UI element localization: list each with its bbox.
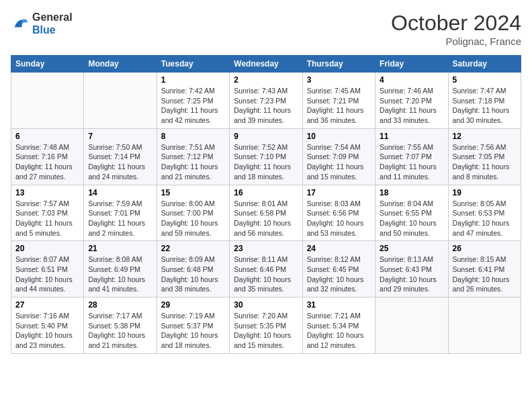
- day-number: 22: [161, 244, 225, 253]
- day-number: 26: [453, 244, 517, 253]
- calendar-cell: [375, 298, 448, 354]
- calendar-cell: 30Sunrise: 7:20 AM Sunset: 5:35 PM Dayli…: [230, 298, 302, 354]
- day-number: 30: [234, 300, 298, 310]
- calendar-cell: 27Sunrise: 7:16 AM Sunset: 5:40 PM Dayli…: [11, 298, 84, 354]
- day-number: 29: [161, 300, 225, 310]
- day-info: Sunrise: 7:16 AM Sunset: 5:40 PM Dayligh…: [15, 311, 79, 351]
- day-info: Sunrise: 8:08 AM Sunset: 6:49 PM Dayligh…: [88, 255, 152, 294]
- calendar-cell: 3Sunrise: 7:45 AM Sunset: 7:21 PM Daylig…: [302, 73, 375, 129]
- calendar-week-row: 13Sunrise: 7:57 AM Sunset: 7:03 PM Dayli…: [11, 185, 521, 241]
- day-info: Sunrise: 8:03 AM Sunset: 6:56 PM Dayligh…: [307, 199, 371, 238]
- calendar-cell: 25Sunrise: 8:13 AM Sunset: 6:43 PM Dayli…: [375, 241, 448, 298]
- day-number: 23: [234, 244, 298, 253]
- weekday-header: Friday: [375, 56, 448, 73]
- calendar-cell: 24Sunrise: 8:12 AM Sunset: 6:45 PM Dayli…: [302, 241, 375, 298]
- day-number: 1: [161, 75, 225, 85]
- day-number: 4: [380, 75, 443, 85]
- day-number: 14: [88, 188, 152, 197]
- calendar-cell: 9Sunrise: 7:52 AM Sunset: 7:10 PM Daylig…: [230, 128, 302, 185]
- day-number: 20: [15, 244, 79, 253]
- weekday-header: Monday: [84, 56, 157, 73]
- logo-line1: General: [32, 11, 73, 24]
- day-number: 5: [453, 75, 517, 85]
- day-info: Sunrise: 8:05 AM Sunset: 6:53 PM Dayligh…: [453, 199, 517, 238]
- day-info: Sunrise: 8:15 AM Sunset: 6:41 PM Dayligh…: [453, 255, 517, 294]
- calendar-week-row: 27Sunrise: 7:16 AM Sunset: 5:40 PM Dayli…: [11, 298, 521, 354]
- calendar-cell: 2Sunrise: 7:43 AM Sunset: 7:23 PM Daylig…: [230, 73, 302, 129]
- calendar-cell: 4Sunrise: 7:46 AM Sunset: 7:20 PM Daylig…: [375, 73, 448, 129]
- day-info: Sunrise: 7:21 AM Sunset: 5:34 PM Dayligh…: [307, 311, 371, 351]
- day-number: 18: [380, 188, 443, 197]
- location-subtitle: Polignac, France: [391, 36, 521, 47]
- day-info: Sunrise: 8:12 AM Sunset: 6:45 PM Dayligh…: [307, 255, 371, 294]
- calendar-cell: 1Sunrise: 7:42 AM Sunset: 7:25 PM Daylig…: [157, 73, 229, 129]
- day-info: Sunrise: 8:07 AM Sunset: 6:51 PM Dayligh…: [15, 255, 79, 294]
- day-number: 25: [380, 244, 443, 253]
- calendar-cell: 11Sunrise: 7:55 AM Sunset: 7:07 PM Dayli…: [375, 128, 448, 185]
- calendar-cell: 12Sunrise: 7:56 AM Sunset: 7:05 PM Dayli…: [448, 128, 521, 185]
- calendar-cell: 5Sunrise: 7:47 AM Sunset: 7:18 PM Daylig…: [448, 73, 521, 129]
- calendar-cell: 10Sunrise: 7:54 AM Sunset: 7:09 PM Dayli…: [302, 128, 375, 185]
- calendar-week-row: 1Sunrise: 7:42 AM Sunset: 7:25 PM Daylig…: [11, 73, 521, 129]
- weekday-header: Saturday: [448, 56, 521, 73]
- calendar-table: SundayMondayTuesdayWednesdayThursdayFrid…: [11, 55, 521, 354]
- day-info: Sunrise: 7:20 AM Sunset: 5:35 PM Dayligh…: [234, 311, 298, 351]
- day-number: 15: [161, 188, 225, 197]
- day-number: 13: [15, 188, 79, 197]
- calendar-cell: 17Sunrise: 8:03 AM Sunset: 6:56 PM Dayli…: [302, 185, 375, 241]
- calendar-cell: 18Sunrise: 8:04 AM Sunset: 6:55 PM Dayli…: [375, 185, 448, 241]
- day-info: Sunrise: 7:42 AM Sunset: 7:25 PM Dayligh…: [161, 86, 225, 126]
- day-info: Sunrise: 8:11 AM Sunset: 6:46 PM Dayligh…: [234, 255, 298, 294]
- day-number: 17: [307, 188, 371, 197]
- day-number: 12: [453, 132, 517, 141]
- calendar-cell: 15Sunrise: 8:00 AM Sunset: 7:00 PM Dayli…: [157, 185, 229, 241]
- calendar-week-row: 20Sunrise: 8:07 AM Sunset: 6:51 PM Dayli…: [11, 241, 521, 298]
- day-info: Sunrise: 7:59 AM Sunset: 7:01 PM Dayligh…: [88, 199, 152, 238]
- calendar-cell: 26Sunrise: 8:15 AM Sunset: 6:41 PM Dayli…: [448, 241, 521, 298]
- day-info: Sunrise: 8:09 AM Sunset: 6:48 PM Dayligh…: [161, 255, 225, 294]
- day-info: Sunrise: 7:48 AM Sunset: 7:16 PM Dayligh…: [15, 142, 79, 182]
- weekday-header: Tuesday: [157, 56, 229, 73]
- day-info: Sunrise: 7:54 AM Sunset: 7:09 PM Dayligh…: [307, 142, 371, 182]
- day-number: 16: [234, 188, 298, 197]
- day-info: Sunrise: 8:00 AM Sunset: 7:00 PM Dayligh…: [161, 199, 225, 238]
- day-info: Sunrise: 8:13 AM Sunset: 6:43 PM Dayligh…: [380, 255, 443, 294]
- calendar-cell: 19Sunrise: 8:05 AM Sunset: 6:53 PM Dayli…: [448, 185, 521, 241]
- calendar-cell: 29Sunrise: 7:19 AM Sunset: 5:37 PM Dayli…: [157, 298, 229, 354]
- calendar-cell: 8Sunrise: 7:51 AM Sunset: 7:12 PM Daylig…: [157, 128, 229, 185]
- day-number: 24: [307, 244, 371, 253]
- calendar-cell: [11, 73, 84, 129]
- weekday-header-row: SundayMondayTuesdayWednesdayThursdayFrid…: [11, 56, 521, 73]
- calendar-cell: 6Sunrise: 7:48 AM Sunset: 7:16 PM Daylig…: [11, 128, 84, 185]
- day-number: 31: [307, 300, 371, 310]
- day-info: Sunrise: 8:01 AM Sunset: 6:58 PM Dayligh…: [234, 199, 298, 238]
- day-number: 3: [307, 75, 371, 85]
- calendar-cell: 13Sunrise: 7:57 AM Sunset: 7:03 PM Dayli…: [11, 185, 84, 241]
- calendar-cell: 21Sunrise: 8:08 AM Sunset: 6:49 PM Dayli…: [84, 241, 157, 298]
- day-info: Sunrise: 7:57 AM Sunset: 7:03 PM Dayligh…: [15, 199, 79, 238]
- day-number: 28: [88, 300, 152, 310]
- day-number: 6: [15, 132, 79, 141]
- day-number: 2: [234, 75, 298, 85]
- day-info: Sunrise: 7:17 AM Sunset: 5:38 PM Dayligh…: [88, 311, 152, 351]
- calendar-cell: 16Sunrise: 8:01 AM Sunset: 6:58 PM Dayli…: [230, 185, 302, 241]
- day-number: 7: [88, 132, 152, 141]
- calendar-cell: 22Sunrise: 8:09 AM Sunset: 6:48 PM Dayli…: [157, 241, 229, 298]
- day-info: Sunrise: 8:04 AM Sunset: 6:55 PM Dayligh…: [380, 199, 443, 238]
- page-header: General Blue October 2024 Polignac, Fran…: [11, 11, 521, 47]
- day-number: 9: [234, 132, 298, 141]
- calendar-cell: 23Sunrise: 8:11 AM Sunset: 6:46 PM Dayli…: [230, 241, 302, 298]
- day-info: Sunrise: 7:19 AM Sunset: 5:37 PM Dayligh…: [161, 311, 225, 351]
- calendar-cell: [448, 298, 521, 354]
- calendar-week-row: 6Sunrise: 7:48 AM Sunset: 7:16 PM Daylig…: [11, 128, 521, 185]
- calendar-cell: 7Sunrise: 7:50 AM Sunset: 7:14 PM Daylig…: [84, 128, 157, 185]
- calendar-cell: 28Sunrise: 7:17 AM Sunset: 5:38 PM Dayli…: [84, 298, 157, 354]
- month-title: October 2024: [391, 11, 521, 36]
- weekday-header: Sunday: [11, 56, 84, 73]
- day-number: 10: [307, 132, 371, 141]
- calendar-cell: 14Sunrise: 7:59 AM Sunset: 7:01 PM Dayli…: [84, 185, 157, 241]
- day-info: Sunrise: 7:50 AM Sunset: 7:14 PM Dayligh…: [88, 142, 152, 182]
- day-number: 21: [88, 244, 152, 253]
- logo-icon: [11, 14, 30, 33]
- day-info: Sunrise: 7:52 AM Sunset: 7:10 PM Dayligh…: [234, 142, 298, 182]
